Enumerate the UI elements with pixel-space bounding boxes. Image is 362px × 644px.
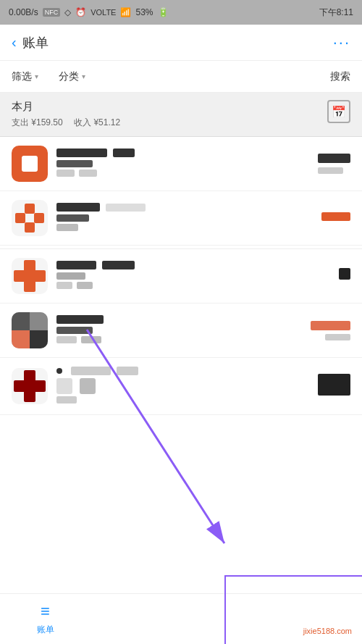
- month-detail: 支出 ¥159.50 收入 ¥51.12: [12, 117, 129, 129]
- item-amount-4: [311, 321, 350, 340]
- table-row[interactable]: [0, 304, 362, 358]
- status-right: 下午8:11: [319, 7, 353, 19]
- battery-percent: 53%: [135, 7, 153, 17]
- category-label: 分类: [59, 70, 79, 83]
- table-row[interactable]: [0, 358, 362, 415]
- table-row[interactable]: [0, 137, 362, 191]
- battery-icon: 🔋: [158, 7, 169, 17]
- filter-button[interactable]: 筛选 ▾: [12, 70, 38, 83]
- alarm-icon: ⏰: [75, 7, 86, 17]
- filter-bar: 筛选 ▾ 分类 ▾ 搜索: [0, 61, 362, 93]
- app-icon-3: [12, 258, 48, 294]
- time-display: 下午8:11: [319, 7, 353, 19]
- item-amount-2: [321, 212, 350, 224]
- more-options-button[interactable]: ···: [333, 33, 350, 52]
- transaction-list: [0, 137, 362, 597]
- signal-icon: 📶: [120, 7, 131, 17]
- item-info-2: [56, 203, 321, 233]
- item-amount-1: [318, 154, 350, 174]
- calendar-icon[interactable]: 📅: [327, 100, 350, 123]
- bill-nav-label: 账单: [37, 624, 54, 636]
- volte-label: VOLTE: [90, 8, 116, 17]
- item-amount-3: [339, 268, 350, 284]
- status-bar: 0.00B/s NFC ◇ ⏰ VOLTE 📶 53% 🔋 下午8:11: [0, 0, 362, 25]
- back-arrow-icon: ‹: [12, 34, 17, 51]
- category-arrow-icon: ▾: [82, 72, 85, 80]
- item-amount-5: [318, 374, 350, 398]
- table-row[interactable]: [0, 191, 362, 246]
- status-left: 0.00B/s NFC ◇ ⏰ VOLTE 📶 53% 🔋: [9, 7, 169, 17]
- search-label: 搜索: [330, 70, 350, 82]
- app-icon-2: [12, 200, 48, 236]
- app-icon-4: [12, 312, 48, 348]
- item-info-4: [56, 315, 311, 346]
- bottom-nav: ≡ 账单: [0, 593, 362, 644]
- month-label: 本月: [12, 100, 129, 114]
- income-amount: 收入 ¥51.12: [74, 117, 120, 127]
- app-icon-1: [12, 146, 48, 182]
- page-title: 账单: [22, 34, 49, 51]
- table-row[interactable]: [0, 248, 362, 304]
- wifi-icon: ◇: [64, 7, 71, 17]
- back-button[interactable]: ‹ 账单: [12, 34, 49, 51]
- network-speed: 0.00B/s: [9, 7, 38, 17]
- item-info-3: [56, 261, 339, 291]
- app-icon-5: [12, 368, 48, 404]
- search-button[interactable]: 搜索: [330, 70, 350, 83]
- nfc-badge: NFC: [43, 8, 61, 17]
- item-info-5: [56, 367, 318, 406]
- filter-arrow-icon: ▾: [35, 72, 38, 80]
- expense-amount: 支出 ¥159.50: [12, 117, 63, 127]
- filter-label: 筛选: [12, 70, 32, 83]
- nav-item-bill[interactable]: ≡ 账单: [0, 602, 90, 636]
- item-info-1: [56, 149, 318, 179]
- category-button[interactable]: 分类 ▾: [59, 70, 85, 83]
- top-bar: ‹ 账单 ···: [0, 25, 362, 61]
- bill-nav-icon: ≡: [41, 602, 50, 621]
- month-info: 本月 支出 ¥159.50 收入 ¥51.12: [12, 100, 129, 129]
- month-summary: 本月 支出 ¥159.50 收入 ¥51.12 📅: [0, 93, 362, 137]
